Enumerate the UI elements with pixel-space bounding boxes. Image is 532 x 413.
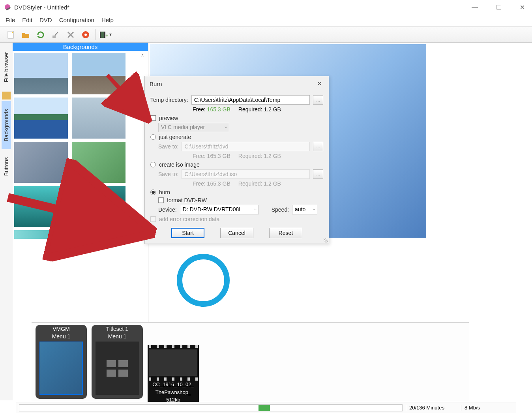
tab-buttons[interactable]: Buttons bbox=[2, 149, 11, 184]
preview-player-select: VLC media player bbox=[158, 123, 229, 132]
side-tabs: File browser Backgrounds Buttons bbox=[0, 43, 13, 400]
iso-required: Required: 1.2 GB bbox=[238, 180, 281, 187]
burn-label: burn bbox=[159, 189, 170, 195]
preview-label: preview bbox=[159, 115, 178, 121]
folder-icon[interactable] bbox=[2, 92, 11, 99]
generate-browse-button: ... bbox=[313, 142, 323, 151]
menubar: File Edit DVD Configuration Help bbox=[0, 14, 532, 27]
generate-saveto-label: Save to: bbox=[158, 143, 178, 150]
menu-edit[interactable]: Edit bbox=[22, 17, 32, 23]
background-thumbnail[interactable] bbox=[14, 98, 68, 139]
svg-point-10 bbox=[84, 34, 87, 36]
device-label: Device: bbox=[158, 206, 177, 213]
background-thumbnail[interactable] bbox=[14, 53, 68, 94]
background-thumbnail[interactable] bbox=[72, 53, 126, 94]
tab-backgrounds[interactable]: Backgrounds bbox=[2, 101, 11, 149]
svg-rect-5 bbox=[52, 36, 56, 38]
refresh-icon[interactable] bbox=[34, 28, 47, 41]
reset-button[interactable]: Reset bbox=[269, 228, 302, 238]
titleset-menu-label: Menu 1 bbox=[92, 333, 143, 340]
backgrounds-header: Backgrounds bbox=[13, 43, 148, 51]
open-folder-icon[interactable] bbox=[19, 28, 32, 41]
speed-select[interactable]: auto bbox=[292, 205, 317, 214]
svg-text:+: + bbox=[105, 32, 108, 39]
preview-checkbox[interactable] bbox=[150, 115, 156, 121]
disc-usage-bar bbox=[19, 404, 403, 411]
background-thumbnail[interactable] bbox=[14, 186, 68, 227]
svg-line-6 bbox=[55, 32, 58, 36]
maximize-button[interactable]: ☐ bbox=[493, 2, 505, 13]
vmgm-title: VMGM bbox=[36, 325, 87, 333]
ecc-checkbox bbox=[150, 216, 156, 222]
status-bar: 20/136 Minutes 8 Mb/s bbox=[16, 402, 516, 413]
minimize-button[interactable]: — bbox=[468, 2, 481, 13]
window-title: DVDStyler - Untitled* bbox=[14, 4, 468, 11]
free-label: Free: bbox=[193, 106, 206, 113]
temp-dir-label: Temp directory: bbox=[150, 97, 188, 103]
burn-disc-icon[interactable] bbox=[79, 28, 92, 41]
cancel-button[interactable]: Cancel bbox=[220, 228, 253, 238]
iso-browse-button: ... bbox=[313, 169, 323, 179]
format-dvdrw-label: format DVD-RW bbox=[167, 197, 207, 203]
add-clip-icon[interactable]: +▼ bbox=[99, 28, 112, 41]
create-iso-radio[interactable] bbox=[150, 162, 156, 167]
clip-thumbnail bbox=[149, 349, 197, 376]
window-titlebar: DVDStyler - Untitled* — ☐ ✕ bbox=[0, 0, 532, 14]
close-button[interactable]: ✕ bbox=[517, 2, 528, 13]
vmgm-menu-label: Menu 1 bbox=[36, 333, 87, 340]
background-thumbnail[interactable] bbox=[72, 142, 126, 183]
clip-filename-line: ThePawnshop_ bbox=[148, 389, 199, 396]
generate-path-input bbox=[182, 142, 310, 151]
dialog-close-icon[interactable]: ✕ bbox=[314, 79, 325, 89]
iso-saveto-label: Save to: bbox=[158, 171, 178, 177]
background-thumbnail[interactable] bbox=[14, 230, 68, 239]
device-select[interactable]: D: DVD-RW DVRTD08L bbox=[180, 205, 259, 214]
free-value: 165.3 GB bbox=[207, 106, 230, 113]
app-icon bbox=[4, 4, 11, 11]
svg-rect-12 bbox=[100, 32, 101, 38]
status-minutes: 20/136 Minutes bbox=[406, 405, 461, 411]
vmgm-thumbnail[interactable] bbox=[39, 342, 83, 395]
burn-dialog: Burn ✕ Temp directory: ... Free: 165.3 G… bbox=[144, 76, 329, 244]
menu-help[interactable]: Help bbox=[101, 17, 114, 23]
ecc-label: add error correction data bbox=[159, 216, 219, 222]
start-button[interactable]: Start bbox=[171, 228, 204, 238]
status-bitrate: 8 Mb/s bbox=[461, 405, 516, 411]
settings-brush-icon[interactable] bbox=[49, 28, 62, 41]
background-thumbnail[interactable] bbox=[14, 142, 68, 183]
dialog-title: Burn bbox=[150, 81, 162, 87]
resize-grip-icon[interactable] bbox=[324, 238, 328, 242]
menu-configuration[interactable]: Configuration bbox=[59, 17, 94, 23]
generate-required: Required: 1.2 GB bbox=[238, 153, 281, 159]
speed-label: Speed: bbox=[272, 206, 289, 213]
clip-filename-line: CC_1916_10_02_ bbox=[148, 381, 199, 389]
temp-dir-browse-button[interactable]: ... bbox=[313, 95, 323, 105]
background-thumbnail[interactable] bbox=[72, 98, 126, 139]
iso-free: Free: 165.3 GB bbox=[193, 180, 230, 187]
tools-icon[interactable] bbox=[64, 28, 77, 41]
required-label: Required: bbox=[238, 106, 262, 113]
just-generate-label: just generate bbox=[159, 134, 191, 140]
burn-radio[interactable] bbox=[150, 190, 156, 195]
tab-file-browser[interactable]: File browser bbox=[2, 44, 11, 90]
menu-dvd[interactable]: DVD bbox=[39, 17, 52, 23]
dropdown-icon[interactable]: ▼ bbox=[109, 32, 112, 37]
titleset-thumbnail[interactable] bbox=[96, 342, 139, 395]
background-thumbnail[interactable] bbox=[72, 230, 126, 239]
temp-dir-input[interactable] bbox=[191, 95, 310, 105]
create-iso-label: create iso image bbox=[159, 161, 200, 168]
scroll-up-icon[interactable]: ∧ bbox=[141, 53, 147, 59]
just-generate-radio[interactable] bbox=[150, 134, 156, 140]
background-thumbnail[interactable] bbox=[72, 186, 126, 227]
vmgm-menu-card[interactable]: VMGM Menu 1 bbox=[36, 325, 87, 399]
menu-file[interactable]: File bbox=[6, 17, 15, 23]
format-dvdrw-checkbox[interactable] bbox=[158, 197, 164, 203]
titleset-menu-card[interactable]: Titleset 1 Menu 1 bbox=[92, 325, 143, 399]
iso-path-input bbox=[182, 169, 310, 179]
timeline-strip: VMGM Menu 1 Titleset 1 Menu 1 CC_1916_10… bbox=[32, 322, 469, 401]
toolbar: +▼ bbox=[0, 27, 532, 43]
required-value: 1.2 GB bbox=[264, 106, 281, 113]
new-file-icon[interactable] bbox=[4, 28, 17, 41]
generate-free: Free: 165.3 GB bbox=[193, 153, 230, 159]
video-clip-card[interactable]: CC_1916_10_02_ ThePawnshop_ 512kb bbox=[148, 345, 199, 404]
